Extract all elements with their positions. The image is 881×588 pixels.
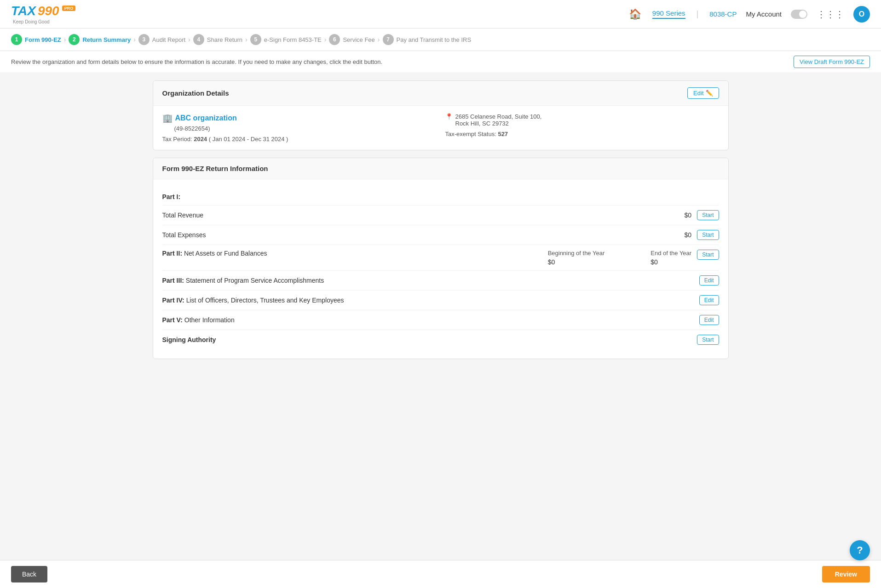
total-expenses-right: $0 Start — [685, 230, 719, 240]
form-info-card: Form 990-EZ Return Information Part I: T… — [153, 158, 729, 359]
home-icon[interactable]: 🏠 — [629, 8, 641, 20]
step-6[interactable]: 6 Service Fee — [329, 34, 374, 45]
step-5-circle: 5 — [250, 34, 261, 45]
step-6-circle: 6 — [329, 34, 340, 45]
part2-col1: Beginning of the Year $0 — [548, 250, 605, 266]
tax-period-range: ( Jan 01 2024 - Dec 31 2024 ) — [209, 136, 288, 143]
total-revenue-start-button[interactable]: Start — [697, 210, 719, 220]
part5-label-rest: Other Information — [184, 316, 235, 324]
step-3[interactable]: 3 Audit Report — [138, 34, 185, 45]
form-card-header: Form 990-EZ Return Information — [153, 158, 728, 179]
header-nav: 🏠 990 Series | 8038-CP — [629, 8, 737, 20]
total-expenses-start-button[interactable]: Start — [697, 230, 719, 240]
step-2-label: Return Summary — [82, 36, 131, 43]
toggle-knob — [799, 11, 806, 18]
nav-8038cp[interactable]: 8038-CP — [709, 10, 737, 18]
step-1[interactable]: 1 Form 990-EZ — [11, 34, 61, 45]
tax-period-year: 2024 — [194, 136, 207, 143]
header: TAX990 PRO Keep Doing Good 🏠 990 Series … — [0, 0, 881, 29]
part2-start-button[interactable]: Start — [697, 250, 719, 260]
org-edit-label: Edit — [693, 90, 703, 97]
org-tax-period: Tax Period: 2024 ( Jan 01 2024 - Dec 31 … — [162, 136, 436, 143]
avatar[interactable]: O — [853, 6, 870, 23]
org-exempt-status: Tax-exempt Status: 527 — [445, 131, 719, 137]
step-arrow-3: › — [188, 36, 190, 43]
org-details-grid: 🏢 ABC organization (49-8522654) Tax Peri… — [162, 113, 719, 143]
tax-period-label: Tax Period: — [162, 136, 192, 143]
org-details-card: Organization Details Edit ✏️ 🏢 ABC organ… — [153, 80, 729, 150]
address-line2: Rock Hill, SC 29732 — [455, 120, 542, 127]
step-7-label: Pay and Transmit to the IRS — [397, 36, 472, 43]
step-arrow-4: › — [245, 36, 248, 43]
part3-label-area: Part III: Statement of Program Service A… — [162, 277, 324, 284]
org-right-col: 📍 2685 Celanese Road, Suite 100, Rock Hi… — [445, 113, 719, 143]
part5-label-bold: Part V: — [162, 316, 183, 324]
org-card-title: Organization Details — [162, 89, 229, 97]
step-4[interactable]: 4 Share Return — [193, 34, 242, 45]
total-revenue-label: Total Revenue — [162, 211, 204, 219]
info-bar: Review the organization and form details… — [0, 51, 881, 73]
step-2-circle: 2 — [69, 34, 80, 45]
total-expenses-label: Total Expenses — [162, 231, 206, 239]
nav-990-series[interactable]: 990 Series — [652, 9, 685, 19]
form-section: Part I: Total Revenue $0 Start Total Exp… — [153, 179, 728, 359]
part2-left: Part II: Net Assets or Fund Balances — [162, 250, 267, 257]
grid-icon[interactable]: ⋮⋮⋮ — [817, 9, 844, 20]
total-expenses-row: Total Expenses $0 Start — [162, 225, 719, 245]
part1-label: Part I: — [162, 193, 181, 200]
step-4-circle: 4 — [193, 34, 204, 45]
part2-label-rest: Net Assets or Fund Balances — [184, 250, 267, 257]
logo-tax-text: TAX — [11, 4, 36, 18]
part2-col2-amount: $0 — [651, 258, 691, 266]
part3-label-bold: Part III: — [162, 277, 184, 284]
step-3-circle: 3 — [138, 34, 150, 45]
pin-icon: 📍 — [445, 113, 453, 120]
logo-area: TAX990 PRO Keep Doing Good — [11, 4, 75, 24]
signing-start-button[interactable]: Start — [697, 335, 719, 345]
edit-pencil-icon: ✏️ — [706, 90, 713, 97]
part4-label-rest: List of Officers, Directors, Trustees an… — [186, 297, 344, 304]
form-card-title: Form 990-EZ Return Information — [162, 165, 268, 172]
org-left-col: 🏢 ABC organization (49-8522654) Tax Peri… — [162, 113, 436, 143]
part1-header-row: Part I: — [162, 188, 719, 206]
exempt-label: Tax-exempt Status: — [445, 131, 496, 137]
step-1-label: Form 990-EZ — [25, 36, 61, 43]
logo-pro-badge: PRO — [62, 6, 76, 11]
header-right: 🏠 990 Series | 8038-CP My Account ⋮⋮⋮ O — [629, 6, 870, 23]
exempt-value: 527 — [498, 131, 508, 137]
org-card-body: 🏢 ABC organization (49-8522654) Tax Peri… — [153, 106, 728, 150]
part2-col1-amount: $0 — [548, 258, 605, 266]
part3-row: Part III: Statement of Program Service A… — [162, 271, 719, 291]
step-2[interactable]: 2 Return Summary — [69, 34, 131, 45]
org-id: (49-8522654) — [174, 125, 436, 132]
total-revenue-amount: $0 — [685, 211, 692, 219]
signing-label-area: Signing Authority — [162, 336, 216, 343]
step-3-label: Audit Report — [152, 36, 185, 43]
org-address: 📍 2685 Celanese Road, Suite 100, Rock Hi… — [445, 113, 719, 127]
part2-label-bold: Part II: — [162, 250, 183, 257]
part5-label-area: Part V: Other Information — [162, 316, 235, 324]
view-draft-button[interactable]: View Draft Form 990-EZ — [794, 56, 870, 68]
step-5[interactable]: 5 e-Sign Form 8453-TE — [250, 34, 322, 45]
signing-label-bold: Signing Authority — [162, 336, 216, 343]
part5-edit-button[interactable]: Edit — [699, 315, 719, 325]
my-account-link[interactable]: My Account — [746, 10, 782, 18]
part2-col2: End of the Year $0 — [651, 250, 691, 266]
logo-tagline: Keep Doing Good — [13, 19, 75, 24]
stepper: 1 Form 990-EZ › 2 Return Summary › 3 Aud… — [0, 29, 881, 51]
part4-edit-button[interactable]: Edit — [699, 295, 719, 305]
part2-col2-header: End of the Year — [651, 250, 691, 257]
org-card-header: Organization Details Edit ✏️ — [153, 81, 728, 106]
org-edit-button[interactable]: Edit ✏️ — [687, 87, 719, 99]
part2-section: Part II: Net Assets or Fund Balances Beg… — [162, 245, 719, 271]
theme-toggle[interactable] — [791, 10, 807, 19]
total-revenue-right: $0 Start — [685, 210, 719, 220]
part4-label-bold: Part IV: — [162, 297, 184, 304]
part3-edit-button[interactable]: Edit — [699, 275, 719, 285]
signing-authority-row: Signing Authority Start — [162, 330, 719, 349]
part3-label-rest: Statement of Program Service Accomplishm… — [186, 277, 324, 284]
address-line1: 2685 Celanese Road, Suite 100, — [455, 113, 542, 120]
step-7[interactable]: 7 Pay and Transmit to the IRS — [383, 34, 472, 45]
part4-row: Part IV: List of Officers, Directors, Tr… — [162, 291, 719, 310]
logo-990-text: 990 — [38, 4, 59, 18]
